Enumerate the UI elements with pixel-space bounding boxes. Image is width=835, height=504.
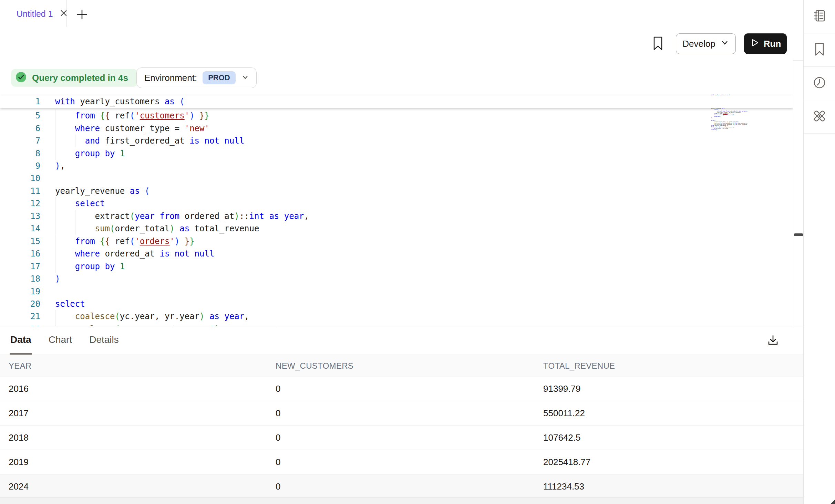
code-line: 9),	[0, 160, 793, 172]
bookmark-icon	[813, 42, 826, 57]
tab-divider	[66, 0, 67, 27]
code-line: 21 coalesce(yc.year, yr.year) as year,	[0, 310, 793, 323]
table-cell: 2019	[9, 457, 29, 468]
indent-guide	[55, 135, 55, 147]
table-cell: 550011.22	[543, 408, 585, 419]
table-cell: 2018	[9, 432, 29, 443]
develop-dropdown[interactable]: Develop	[676, 33, 736, 54]
toolbar: Develop Run	[0, 28, 803, 61]
table-cell: 0	[276, 457, 280, 468]
sidebar-item-dbt[interactable]	[804, 100, 835, 134]
panel-divider	[793, 60, 804, 326]
run-label: Run	[764, 39, 781, 49]
minimap-line: order by 1	[711, 129, 763, 130]
indent-guide	[55, 235, 55, 248]
download-icon[interactable]	[763, 331, 783, 350]
table-row: 201902025418.77	[0, 450, 803, 474]
table-cell: 0	[276, 432, 280, 443]
column-header-year: YEAR	[9, 361, 32, 371]
develop-label: Develop	[682, 39, 715, 49]
indent-guide	[55, 197, 55, 210]
table-cell: 2025418.77	[543, 457, 590, 468]
code-line: 13 extract(year from ordered_at)::int as…	[0, 210, 793, 222]
table-cell: 91399.79	[543, 384, 580, 394]
code-line: 15 from {{ ref('orders') }}	[0, 235, 793, 248]
indent-guide	[55, 222, 55, 235]
indent-guide	[75, 135, 75, 147]
indent-guide	[55, 210, 55, 222]
tab-untitled-1[interactable]: Untitled 1	[0, 0, 78, 28]
indent-guide	[55, 109, 55, 122]
sidebar-item-bookmarks[interactable]	[804, 33, 835, 67]
results-panel: DataChartDetails YEAR NEW_CUSTOMERS TOTA…	[0, 326, 803, 504]
code-line: 17 group by 1	[0, 260, 793, 272]
indent-guide	[55, 310, 55, 323]
table-row: 20180107642.5	[0, 426, 803, 450]
column-header-total-revenue: TOTAL_REVENUE	[543, 361, 615, 371]
code-line: 11yearly_revenue as (	[0, 185, 793, 197]
table-cell: 107642.5	[543, 432, 580, 443]
table-cell: 0	[276, 384, 280, 394]
code-line: 12 select	[0, 197, 793, 210]
table-cell: 2016	[9, 384, 29, 394]
tab-title: Untitled 1	[17, 9, 53, 19]
table-row: 20170550011.22	[0, 401, 803, 426]
table-cell: 111234.53	[543, 481, 584, 492]
horizontal-scrollbar[interactable]	[0, 497, 803, 504]
tab-bar: Untitled 1	[0, 0, 803, 28]
code-line: 10	[0, 172, 793, 185]
indent-guide	[55, 122, 55, 134]
indent-guide	[55, 147, 55, 159]
results-tab-bar: DataChartDetails	[0, 326, 803, 355]
notebook-icon	[813, 9, 826, 24]
code-line: 5 from {{ ref('customers') }}	[0, 109, 793, 122]
run-button[interactable]: Run	[744, 33, 787, 54]
sticky-code-line: 1with yearly_customers as (	[0, 95, 793, 108]
indent-guide	[55, 323, 55, 326]
table-cell: 2024	[9, 481, 29, 492]
sql-editor[interactable]: Query completed in 4s Environment: PROD …	[0, 60, 793, 326]
code-line: 14 sum(order_total) as total_revenue	[0, 222, 793, 235]
panel-resize-handle[interactable]	[794, 233, 803, 236]
results-table-header: YEAR NEW_CUSTOMERS TOTAL_REVENUE	[0, 355, 803, 377]
code-line: 6 where customer_type = 'new'	[0, 122, 793, 134]
indent-guide	[75, 210, 75, 222]
table-row: 20240111234.53	[0, 474, 803, 499]
history-icon	[813, 76, 826, 91]
table-cell: 0	[276, 408, 280, 419]
chevron-down-icon	[720, 38, 729, 50]
bookmark-icon[interactable]	[648, 33, 668, 54]
code-line: 8 group by 1	[0, 147, 793, 159]
indent-guide	[55, 260, 55, 272]
table-cell: 2017	[9, 408, 29, 419]
resize-grip[interactable]	[831, 499, 835, 504]
indent-guide	[55, 248, 55, 260]
tab-data[interactable]: Data	[10, 326, 32, 355]
code-line: 20select	[0, 298, 793, 310]
code-line: 16 where ordered_at is not null	[0, 248, 793, 260]
dbt-logo-icon	[812, 108, 827, 125]
code-line: 19	[0, 285, 793, 297]
right-sidebar	[803, 0, 835, 504]
sidebar-item-history[interactable]	[804, 67, 835, 100]
ref-model-link[interactable]: customers	[140, 111, 185, 120]
table-cell: 0	[276, 481, 280, 492]
main-area: Untitled 1 Develop Run	[0, 0, 803, 504]
sidebar-item-notebook[interactable]	[804, 0, 835, 33]
play-icon	[750, 38, 760, 50]
tab-chart[interactable]: Chart	[48, 326, 73, 355]
tab-details[interactable]: Details	[89, 326, 120, 355]
column-header-new-customers: NEW_CUSTOMERS	[276, 361, 353, 371]
new-tab-button[interactable]	[74, 6, 90, 23]
code-line: 18)	[0, 273, 793, 285]
ref-model-link[interactable]: orders	[140, 237, 170, 246]
code-line: 22 coalesce(yc.new_customers, 0) as new_…	[0, 323, 793, 326]
results-table-body: 2016091399.7920170550011.2220180107642.5…	[0, 377, 803, 499]
code-line: 7 and first_ordered_at is not null	[0, 135, 793, 147]
table-row: 2016091399.79	[0, 377, 803, 401]
code-lines: 5 from {{ ref('customers') }}6 where cus…	[0, 60, 793, 326]
indent-guide	[75, 222, 75, 235]
